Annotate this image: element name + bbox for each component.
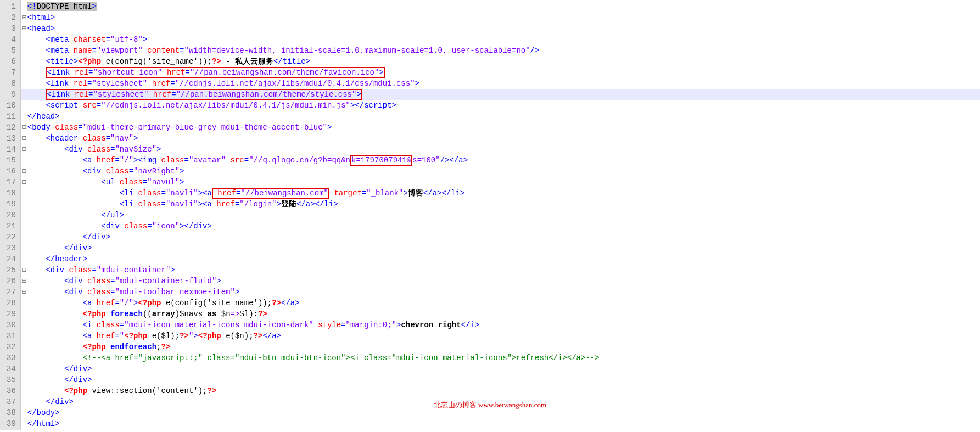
fold-minus-icon[interactable]: ⊟: [21, 166, 27, 177]
code-line[interactable]: ⊟<html>: [21, 12, 980, 23]
code-line[interactable]: </head>: [21, 111, 980, 122]
line-number[interactable]: 5: [0, 45, 20, 56]
line-number[interactable]: 28: [0, 298, 20, 308]
line-number[interactable]: 2: [0, 12, 20, 23]
code-line[interactable]: <!--<a href="javascript:;" class="mdui-b…: [21, 352, 980, 363]
line-number[interactable]: 30: [0, 319, 20, 330]
line-number[interactable]: 15: [0, 155, 20, 166]
line-number[interactable]: 11: [0, 111, 20, 122]
line-number[interactable]: 1: [0, 1, 20, 12]
fold-minus-icon[interactable]: ⊟: [21, 23, 27, 34]
fold-minus-icon[interactable]: ⊟: [21, 12, 27, 23]
code-area[interactable]: <!DOCTYPE html> ⊟<html> ⊟<head> <meta ch…: [21, 0, 980, 430]
line-number[interactable]: 17: [0, 177, 20, 188]
line-number[interactable]: 26: [0, 276, 20, 287]
code-line[interactable]: </div>: [21, 243, 980, 254]
fold-minus-icon[interactable]: ⊟: [21, 276, 27, 287]
code-line[interactable]: ⊟<body class="mdui-theme-primary-blue-gr…: [21, 122, 980, 133]
line-number[interactable]: 4: [0, 34, 20, 45]
code-line[interactable]: <?php endforeach;?>: [21, 341, 980, 352]
code-line-current[interactable]: <link rel="stylesheet" href="//pan.beiwa…: [21, 89, 980, 100]
code-line[interactable]: <a href="/"><img class="avatar" src="//q…: [21, 155, 980, 166]
line-number[interactable]: 20: [0, 210, 20, 221]
fold-minus-icon[interactable]: ⊟: [21, 133, 27, 144]
line-number[interactable]: 14: [0, 144, 20, 155]
line-number[interactable]: 27: [0, 287, 20, 298]
fold-minus-icon[interactable]: ⊟: [21, 287, 27, 298]
line-number[interactable]: 24: [0, 254, 20, 265]
line-number[interactable]: 34: [0, 363, 20, 374]
code-line[interactable]: ⊟ <ul class="navul">: [21, 177, 980, 188]
line-number[interactable]: 18: [0, 188, 20, 199]
code-line[interactable]: ⊟ <div class="mdui-container-fluid">: [21, 276, 980, 287]
code-line[interactable]: <!DOCTYPE html>: [21, 1, 980, 12]
fold-minus-icon[interactable]: ⊟: [21, 144, 27, 155]
line-number[interactable]: 8: [0, 78, 20, 89]
line-number[interactable]: 19: [0, 199, 20, 210]
code-line[interactable]: <meta name="viewport" content="width=dev…: [21, 45, 980, 56]
code-line[interactable]: ⊟ <div class="mdui-container">: [21, 265, 980, 276]
code-line[interactable]: </div>: [21, 374, 980, 385]
code-line[interactable]: </div>: [21, 363, 980, 374]
code-line[interactable]: <a href="<?php e($l);?>"><?php e($n);?><…: [21, 330, 980, 341]
code-line[interactable]: <i class="mdui-icon material-icons mdui-…: [21, 319, 980, 330]
fold-minus-icon[interactable]: ⊟: [21, 265, 27, 276]
line-number[interactable]: 6: [0, 56, 20, 67]
line-number[interactable]: 10: [0, 100, 20, 111]
highlight-box: <link rel="shortcut icon" href="//pan.be…: [46, 67, 384, 78]
code-line[interactable]: ⊟<head>: [21, 23, 980, 34]
line-number[interactable]: 37: [0, 396, 20, 407]
line-number[interactable]: 9: [0, 89, 20, 100]
line-number[interactable]: 13: [0, 133, 20, 144]
line-number[interactable]: 16: [0, 166, 20, 177]
code-line[interactable]: <li class="navli"><a href="/login">登陆</a…: [21, 199, 980, 210]
code-editor: 1 2 3 4 5 6 7 8 9 10 11 12 13 14 15 16 1…: [0, 0, 980, 430]
line-number[interactable]: 32: [0, 341, 20, 352]
code-line[interactable]: </ul>: [21, 210, 980, 221]
code-line[interactable]: <meta charset="utf-8">: [21, 34, 980, 45]
line-number[interactable]: 3: [0, 23, 20, 34]
code-line[interactable]: <?php view::section('content');?>: [21, 385, 980, 396]
code-line[interactable]: <link rel="shortcut icon" href="//pan.be…: [21, 67, 980, 78]
code-line[interactable]: ⊟ <header class="nav">: [21, 133, 980, 144]
line-number[interactable]: 22: [0, 232, 20, 243]
line-number[interactable]: 31: [0, 330, 20, 341]
code-line[interactable]: ⊟ <div class="mdui-toolbar nexmoe-item">: [21, 287, 980, 298]
line-number[interactable]: 7: [0, 67, 20, 78]
fold-minus-icon[interactable]: ⊟: [21, 122, 27, 133]
code-line[interactable]: ⊟ <div class="navRight">: [21, 166, 980, 177]
code-line[interactable]: <li class="navli"><a href="//beiwangshan…: [21, 188, 980, 199]
line-number[interactable]: 35: [0, 374, 20, 385]
line-number[interactable]: 25: [0, 265, 20, 276]
line-number-gutter[interactable]: 1 2 3 4 5 6 7 8 9 10 11 12 13 14 15 16 1…: [0, 0, 21, 430]
code-line[interactable]: <title><?php e(config('site_name'));?> -…: [21, 56, 980, 67]
line-number[interactable]: 36: [0, 385, 20, 396]
watermark-text: 北忘山の博客 www.beiwangshan.com: [434, 400, 546, 410]
code-line[interactable]: <link rel="stylesheet" href="//cdnjs.lol…: [21, 78, 980, 89]
line-number[interactable]: 23: [0, 243, 20, 254]
line-number[interactable]: 21: [0, 221, 20, 232]
code-line[interactable]: ⊟ <div class="navSize">: [21, 144, 980, 155]
code-line[interactable]: </header>: [21, 254, 980, 265]
fold-minus-icon[interactable]: ⊟: [21, 177, 27, 188]
code-line[interactable]: <script src="//cdnjs.loli.net/ajax/libs/…: [21, 100, 980, 111]
code-line[interactable]: </html>: [21, 418, 980, 429]
highlight-box: <link rel="stylesheet" href="//pan.beiwa…: [46, 89, 362, 100]
line-number[interactable]: 33: [0, 352, 20, 363]
code-line[interactable]: <a href="/"><?php e(config('site_name'))…: [21, 298, 980, 308]
code-line[interactable]: </div>: [21, 232, 980, 243]
line-number[interactable]: 38: [0, 407, 20, 418]
line-number[interactable]: 39: [0, 418, 20, 429]
highlight-box: k=1797007941&: [350, 155, 412, 166]
highlight-box: href="//beiwangshan.com": [212, 188, 329, 199]
line-number[interactable]: 29: [0, 308, 20, 319]
code-line[interactable]: <?php foreach((array)$navs as $n=>$l):?>: [21, 308, 980, 319]
line-number[interactable]: 12: [0, 122, 20, 133]
code-line[interactable]: <div class="icon"></div>: [21, 221, 980, 232]
